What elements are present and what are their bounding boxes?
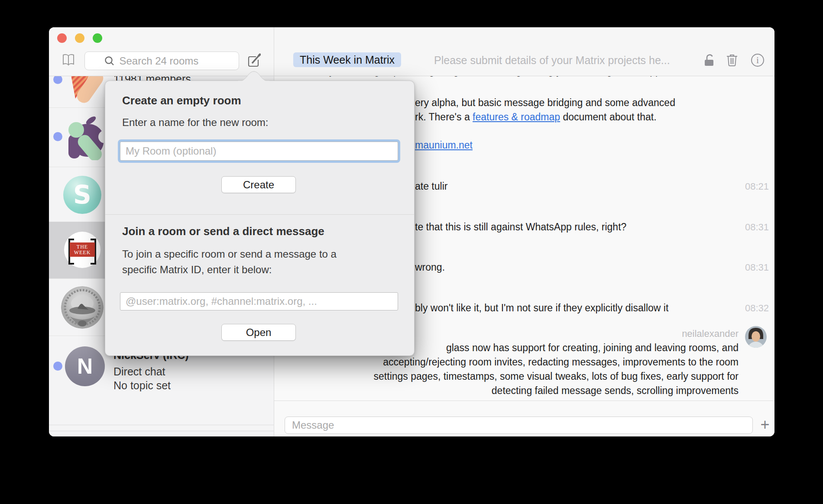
sidebar-footer: @neilalexander:matrix.org xyxy=(49,425,274,436)
create-room-title: Create an empty room xyxy=(122,94,241,107)
sender-name[interactable]: neilalexander xyxy=(682,328,739,340)
matrix-id-input[interactable] xyxy=(120,292,398,310)
attach-button[interactable]: + xyxy=(756,417,774,434)
room-avatar-nickserv[interactable]: N xyxy=(65,346,105,386)
message-text: wrong. xyxy=(415,260,445,275)
own-message-line: settings pages, timestamps, some visual … xyxy=(374,369,739,384)
avatar-letter: N xyxy=(77,354,93,379)
room-avatar-engraving[interactable] xyxy=(61,286,104,329)
trash-icon[interactable] xyxy=(726,53,739,69)
room-subtitle: Direct chat xyxy=(113,365,165,378)
popover-arrow xyxy=(237,71,270,81)
message-timestamp: 08:31 xyxy=(745,260,769,275)
avatar-text: THE xyxy=(77,244,88,250)
create-button[interactable]: Create xyxy=(221,176,296,193)
unread-dot xyxy=(53,132,62,141)
directory-icon[interactable] xyxy=(62,53,75,68)
search-field[interactable] xyxy=(84,52,239,70)
message-timestamp: 08:21 xyxy=(745,179,769,194)
app-window: 11981 members S THE WEEK xyxy=(49,27,774,436)
own-message-line: accepting/rejecting room invites, redact… xyxy=(383,355,739,369)
svg-text:i: i xyxy=(756,55,759,65)
maunium-link[interactable]: maunium.net xyxy=(415,139,473,151)
create-room-label: Enter a name for the new room: xyxy=(122,115,269,130)
create-room-popover: Create an empty room Enter a name for th… xyxy=(105,81,415,356)
zoom-button[interactable] xyxy=(93,33,102,43)
message-link: maunium.net xyxy=(415,138,473,152)
user-avatar-photo[interactable] xyxy=(745,326,767,348)
own-message-line: glass now has support for creating, join… xyxy=(446,341,739,355)
message-text: te that this is still against WhatsApp r… xyxy=(415,220,626,234)
minimize-button[interactable] xyxy=(75,33,84,43)
close-button[interactable] xyxy=(57,33,67,43)
avatar-text: WEEK xyxy=(74,250,91,255)
features-roadmap-link[interactable]: features & roadmap xyxy=(473,111,560,123)
compose-icon[interactable] xyxy=(247,53,261,70)
join-room-title: Join a room or send a direct message xyxy=(122,225,324,238)
unlock-icon[interactable] xyxy=(703,53,717,69)
open-button[interactable]: Open xyxy=(221,324,296,341)
room-avatar-the-week[interactable]: THE WEEK xyxy=(64,232,100,268)
room-avatar-apple-logo[interactable] xyxy=(65,115,107,160)
popover-divider xyxy=(105,214,414,215)
search-icon xyxy=(104,55,115,67)
message-text: ery alpha, but basic message bridging an… xyxy=(415,96,675,124)
unread-dot xyxy=(53,75,62,84)
titlebar: This Week in Matrix Please submit detail… xyxy=(49,27,774,76)
message-text: bly won't like it, but I'm not sure if t… xyxy=(415,301,668,315)
join-room-label: To join a specific room or send a messag… xyxy=(122,246,337,278)
message-timestamp: 08:31 xyxy=(745,220,769,234)
room-avatar-s-logo[interactable]: S xyxy=(63,176,101,214)
message-timestamp: 08:32 xyxy=(745,301,769,315)
own-message-line: detecting failed message sends, scrollin… xyxy=(492,384,739,398)
search-input[interactable] xyxy=(119,55,220,68)
info-icon[interactable]: i xyxy=(751,53,765,69)
composer-divider xyxy=(274,401,774,401)
message-text: ate tulir xyxy=(415,179,447,194)
room-subtitle: No topic set xyxy=(113,379,171,392)
room-name-input[interactable] xyxy=(120,142,398,161)
unread-dot xyxy=(53,362,62,371)
room-topic[interactable]: Please submit details of your Matrix pro… xyxy=(434,52,670,67)
room-name-pill[interactable]: This Week in Matrix xyxy=(293,52,401,67)
avatar-letter: S xyxy=(73,180,91,210)
message-input[interactable] xyxy=(285,417,753,434)
